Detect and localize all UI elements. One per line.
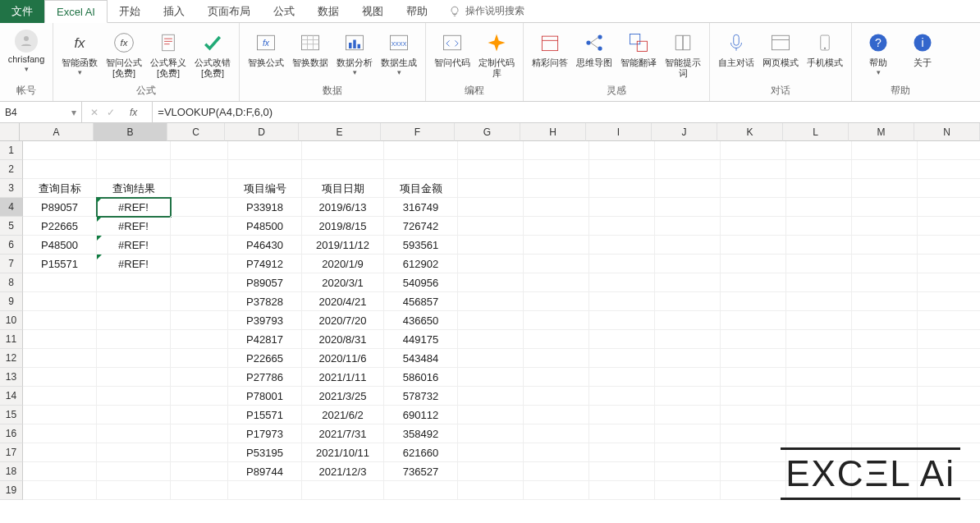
cell-A7[interactable]: P15571	[23, 255, 97, 273]
cell-M9[interactable]	[852, 292, 918, 311]
cell-D18[interactable]: P89744	[228, 462, 302, 481]
cell-J13[interactable]	[655, 368, 721, 387]
cell-A17[interactable]	[23, 443, 97, 462]
cell-H16[interactable]	[524, 424, 589, 443]
cell-K3[interactable]	[721, 179, 786, 198]
cell-D2[interactable]	[228, 160, 302, 179]
cell-K1[interactable]	[721, 141, 786, 160]
cell-C5[interactable]	[171, 217, 228, 236]
cell-G6[interactable]	[458, 236, 524, 255]
cell-I4[interactable]	[589, 198, 655, 217]
cell-B18[interactable]	[97, 462, 171, 481]
cell-C1[interactable]	[171, 141, 228, 160]
cell-M12[interactable]	[852, 349, 918, 368]
cell-G7[interactable]	[458, 255, 524, 273]
cell-I8[interactable]	[589, 273, 655, 292]
cell-C13[interactable]	[171, 368, 228, 387]
cell-M11[interactable]	[852, 330, 918, 349]
cell-A2[interactable]	[23, 160, 97, 179]
row-header-14[interactable]: 14	[0, 387, 23, 406]
cell-K4[interactable]	[721, 198, 786, 217]
select-all-corner[interactable]	[0, 123, 20, 141]
cell-F2[interactable]	[384, 160, 458, 179]
cell-E19[interactable]	[302, 481, 384, 500]
cell-M4[interactable]	[852, 198, 918, 217]
cell-L14[interactable]	[786, 387, 852, 406]
cell-H18[interactable]	[524, 462, 589, 481]
cell-A14[interactable]	[23, 387, 97, 406]
cell-M1[interactable]	[852, 141, 918, 160]
cell-M5[interactable]	[852, 217, 918, 236]
cell-F18[interactable]: 736527	[384, 462, 458, 481]
cell-F3[interactable]: 项目金额	[384, 179, 458, 198]
cell-J10[interactable]	[655, 311, 721, 330]
cell-L9[interactable]	[786, 292, 852, 311]
row-header-6[interactable]: 6	[0, 236, 23, 255]
cell-F7[interactable]: 612902	[384, 255, 458, 273]
cell-N3[interactable]	[918, 179, 980, 198]
tell-me-search[interactable]: 操作说明搜索	[439, 4, 524, 18]
cell-K19[interactable]	[721, 481, 786, 500]
cancel-icon[interactable]: ✕	[90, 107, 98, 118]
col-header-A[interactable]: A	[20, 123, 94, 141]
cell-J9[interactable]	[655, 292, 721, 311]
web-mode-button[interactable]: 网页模式	[761, 28, 800, 68]
cell-E14[interactable]: 2021/3/25	[302, 387, 384, 406]
cell-B14[interactable]	[97, 387, 171, 406]
tab-formula[interactable]: 公式	[262, 0, 306, 23]
cell-J6[interactable]	[655, 236, 721, 255]
cell-K13[interactable]	[721, 368, 786, 387]
cell-D19[interactable]	[228, 481, 302, 500]
cell-H11[interactable]	[524, 330, 589, 349]
cell-N11[interactable]	[918, 330, 980, 349]
cell-E4[interactable]: 2019/6/13	[302, 198, 384, 217]
smart-fn-button[interactable]: fx 智能函数 ▾	[60, 28, 99, 76]
cell-D12[interactable]: P22665	[228, 349, 302, 368]
cell-E15[interactable]: 2021/6/2	[302, 406, 384, 424]
cell-L1[interactable]	[786, 141, 852, 160]
fix-formula-button[interactable]: 公式改错 [免费]	[193, 28, 232, 79]
cell-H9[interactable]	[524, 292, 589, 311]
cell-C6[interactable]	[171, 236, 228, 255]
cell-I19[interactable]	[589, 481, 655, 500]
cell-H2[interactable]	[524, 160, 589, 179]
help-button[interactable]: ? 帮助 ▾	[859, 28, 898, 76]
cell-I16[interactable]	[589, 424, 655, 443]
cell-B9[interactable]	[97, 292, 171, 311]
tab-excel-ai[interactable]: Excel AI	[44, 0, 108, 23]
cell-K15[interactable]	[721, 406, 786, 424]
cell-F19[interactable]	[384, 481, 458, 500]
prompt-button[interactable]: 智能提示词	[663, 28, 703, 79]
cell-A11[interactable]	[23, 330, 97, 349]
cell-I7[interactable]	[589, 255, 655, 273]
cell-M13[interactable]	[852, 368, 918, 387]
account-button[interactable]: chrisfang ▾	[7, 28, 46, 73]
cell-C3[interactable]	[171, 179, 228, 198]
cell-F17[interactable]: 621660	[384, 443, 458, 462]
cell-H15[interactable]	[524, 406, 589, 424]
cell-G19[interactable]	[458, 481, 524, 500]
cell-J5[interactable]	[655, 217, 721, 236]
tab-view[interactable]: 视图	[350, 0, 395, 23]
cell-C16[interactable]	[171, 424, 228, 443]
cell-N10[interactable]	[918, 311, 980, 330]
explain-formula-button[interactable]: 公式释义 [免费]	[149, 28, 188, 79]
cell-H17[interactable]	[524, 443, 589, 462]
row-header-12[interactable]: 12	[0, 349, 23, 368]
cell-L10[interactable]	[786, 311, 852, 330]
cell-N7[interactable]	[918, 255, 980, 273]
cell-F13[interactable]: 586016	[384, 368, 458, 387]
cell-J15[interactable]	[655, 406, 721, 424]
cell-N13[interactable]	[918, 368, 980, 387]
cell-F9[interactable]: 456857	[384, 292, 458, 311]
mindmap-button[interactable]: 思维导图	[575, 28, 614, 68]
about-button[interactable]: i 关于	[903, 28, 942, 68]
cell-L2[interactable]	[786, 160, 852, 179]
cell-K14[interactable]	[721, 387, 786, 406]
cell-B10[interactable]	[97, 311, 171, 330]
cell-E11[interactable]: 2020/8/31	[302, 330, 384, 349]
cell-I17[interactable]	[589, 443, 655, 462]
cell-G2[interactable]	[458, 160, 524, 179]
cell-L11[interactable]	[786, 330, 852, 349]
cell-K12[interactable]	[721, 349, 786, 368]
